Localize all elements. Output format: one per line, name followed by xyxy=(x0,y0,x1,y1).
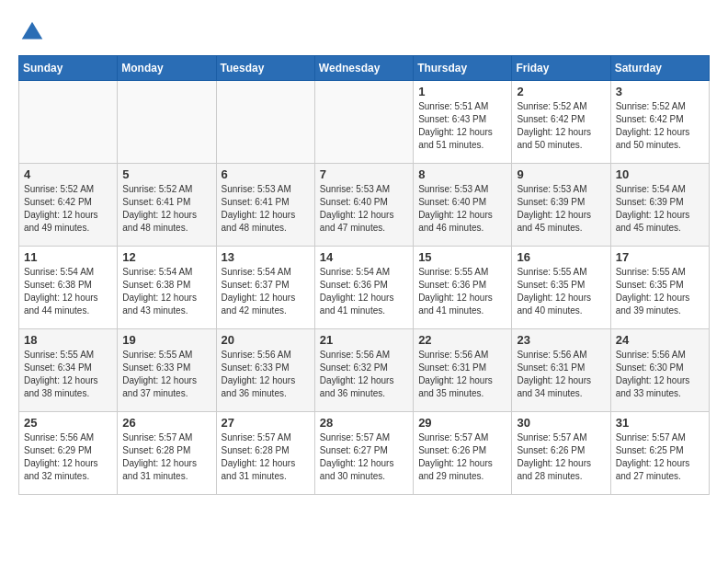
calendar-cell: 10Sunrise: 5:54 AM Sunset: 6:39 PM Dayli… xyxy=(610,164,709,247)
day-info: Sunrise: 5:52 AM Sunset: 6:41 PM Dayligh… xyxy=(122,183,210,235)
day-info: Sunrise: 5:53 AM Sunset: 6:39 PM Dayligh… xyxy=(517,183,605,235)
day-info: Sunrise: 5:55 AM Sunset: 6:35 PM Dayligh… xyxy=(616,266,704,317)
day-info: Sunrise: 5:52 AM Sunset: 6:42 PM Dayligh… xyxy=(24,183,112,235)
day-info: Sunrise: 5:52 AM Sunset: 6:42 PM Dayligh… xyxy=(616,100,704,152)
day-info: Sunrise: 5:51 AM Sunset: 6:43 PM Dayligh… xyxy=(418,100,506,152)
calendar-cell: 17Sunrise: 5:55 AM Sunset: 6:35 PM Dayli… xyxy=(610,247,709,329)
day-number: 4 xyxy=(24,167,112,181)
day-info: Sunrise: 5:56 AM Sunset: 6:32 PM Dayligh… xyxy=(320,349,408,400)
day-number: 28 xyxy=(320,416,408,430)
calendar-week-row: 25Sunrise: 5:56 AM Sunset: 6:29 PM Dayli… xyxy=(19,412,710,495)
calendar-cell: 2Sunrise: 5:52 AM Sunset: 6:42 PM Daylig… xyxy=(512,81,610,164)
day-number: 21 xyxy=(320,333,408,347)
day-info: Sunrise: 5:52 AM Sunset: 6:42 PM Dayligh… xyxy=(517,100,605,152)
calendar-cell: 15Sunrise: 5:55 AM Sunset: 6:36 PM Dayli… xyxy=(414,247,512,329)
calendar-cell: 5Sunrise: 5:52 AM Sunset: 6:41 PM Daylig… xyxy=(118,164,216,247)
calendar-cell: 1Sunrise: 5:51 AM Sunset: 6:43 PM Daylig… xyxy=(414,81,512,164)
calendar-week-row: 18Sunrise: 5:55 AM Sunset: 6:34 PM Dayli… xyxy=(19,329,710,412)
logo-icon xyxy=(18,18,46,46)
calendar-cell: 3Sunrise: 5:52 AM Sunset: 6:42 PM Daylig… xyxy=(610,81,709,164)
day-info: Sunrise: 5:54 AM Sunset: 6:38 PM Dayligh… xyxy=(122,266,210,317)
calendar-cell: 18Sunrise: 5:55 AM Sunset: 6:34 PM Dayli… xyxy=(19,329,118,412)
day-number: 12 xyxy=(122,250,210,264)
calendar-cell: 31Sunrise: 5:57 AM Sunset: 6:25 PM Dayli… xyxy=(610,412,709,495)
day-number: 9 xyxy=(517,167,605,181)
day-info: Sunrise: 5:54 AM Sunset: 6:38 PM Dayligh… xyxy=(24,266,112,317)
calendar-day-header: Thursday xyxy=(414,56,512,81)
calendar-day-header: Tuesday xyxy=(216,56,314,81)
day-info: Sunrise: 5:56 AM Sunset: 6:29 PM Dayligh… xyxy=(24,431,112,483)
calendar-cell: 29Sunrise: 5:57 AM Sunset: 6:26 PM Dayli… xyxy=(414,412,512,495)
calendar-cell: 19Sunrise: 5:55 AM Sunset: 6:33 PM Dayli… xyxy=(118,329,216,412)
calendar-cell: 6Sunrise: 5:53 AM Sunset: 6:41 PM Daylig… xyxy=(216,164,314,247)
calendar-cell: 24Sunrise: 5:56 AM Sunset: 6:30 PM Dayli… xyxy=(610,329,709,412)
day-number: 11 xyxy=(24,250,112,264)
svg-marker-0 xyxy=(22,22,43,40)
calendar-cell: 26Sunrise: 5:57 AM Sunset: 6:28 PM Dayli… xyxy=(118,412,216,495)
day-number: 24 xyxy=(616,333,704,347)
calendar-cell: 4Sunrise: 5:52 AM Sunset: 6:42 PM Daylig… xyxy=(19,164,118,247)
day-info: Sunrise: 5:56 AM Sunset: 6:33 PM Dayligh… xyxy=(222,349,310,400)
calendar-cell: 25Sunrise: 5:56 AM Sunset: 6:29 PM Dayli… xyxy=(19,412,118,495)
day-info: Sunrise: 5:57 AM Sunset: 6:26 PM Dayligh… xyxy=(418,431,506,483)
calendar-day-header: Monday xyxy=(118,56,216,81)
day-number: 25 xyxy=(24,416,112,430)
day-info: Sunrise: 5:54 AM Sunset: 6:36 PM Dayligh… xyxy=(320,266,408,317)
day-number: 14 xyxy=(320,250,408,264)
calendar-cell: 21Sunrise: 5:56 AM Sunset: 6:32 PM Dayli… xyxy=(314,329,413,412)
day-number: 13 xyxy=(222,250,310,264)
page-header xyxy=(18,18,710,46)
day-info: Sunrise: 5:56 AM Sunset: 6:31 PM Dayligh… xyxy=(517,349,605,400)
day-info: Sunrise: 5:55 AM Sunset: 6:34 PM Dayligh… xyxy=(24,349,112,400)
day-number: 20 xyxy=(222,333,310,347)
day-info: Sunrise: 5:56 AM Sunset: 6:30 PM Dayligh… xyxy=(616,349,704,400)
day-info: Sunrise: 5:56 AM Sunset: 6:31 PM Dayligh… xyxy=(418,349,506,400)
day-info: Sunrise: 5:55 AM Sunset: 6:35 PM Dayligh… xyxy=(517,266,605,317)
calendar-week-row: 4Sunrise: 5:52 AM Sunset: 6:42 PM Daylig… xyxy=(19,164,710,247)
calendar-day-header: Saturday xyxy=(610,56,709,81)
calendar-cell: 27Sunrise: 5:57 AM Sunset: 6:28 PM Dayli… xyxy=(216,412,314,495)
day-number: 16 xyxy=(517,250,605,264)
calendar-cell: 14Sunrise: 5:54 AM Sunset: 6:36 PM Dayli… xyxy=(314,247,413,329)
day-number: 2 xyxy=(517,85,605,98)
day-info: Sunrise: 5:57 AM Sunset: 6:28 PM Dayligh… xyxy=(122,431,210,483)
calendar-cell: 20Sunrise: 5:56 AM Sunset: 6:33 PM Dayli… xyxy=(216,329,314,412)
calendar-header-row: SundayMondayTuesdayWednesdayThursdayFrid… xyxy=(19,56,710,81)
calendar-cell: 8Sunrise: 5:53 AM Sunset: 6:40 PM Daylig… xyxy=(414,164,512,247)
day-number: 3 xyxy=(616,85,704,98)
calendar-cell xyxy=(118,81,216,164)
day-number: 22 xyxy=(418,333,506,347)
calendar-day-header: Sunday xyxy=(19,56,118,81)
day-info: Sunrise: 5:53 AM Sunset: 6:40 PM Dayligh… xyxy=(320,183,408,235)
day-number: 27 xyxy=(222,416,310,430)
day-number: 7 xyxy=(320,167,408,181)
calendar-cell: 28Sunrise: 5:57 AM Sunset: 6:27 PM Dayli… xyxy=(314,412,413,495)
day-number: 5 xyxy=(122,167,210,181)
day-number: 1 xyxy=(418,85,506,98)
day-info: Sunrise: 5:57 AM Sunset: 6:26 PM Dayligh… xyxy=(517,431,605,483)
calendar-cell: 7Sunrise: 5:53 AM Sunset: 6:40 PM Daylig… xyxy=(314,164,413,247)
day-number: 17 xyxy=(616,250,704,264)
calendar-cell: 9Sunrise: 5:53 AM Sunset: 6:39 PM Daylig… xyxy=(512,164,610,247)
day-number: 26 xyxy=(122,416,210,430)
day-info: Sunrise: 5:54 AM Sunset: 6:37 PM Dayligh… xyxy=(222,266,310,317)
calendar-cell: 12Sunrise: 5:54 AM Sunset: 6:38 PM Dayli… xyxy=(118,247,216,329)
day-number: 8 xyxy=(418,167,506,181)
day-info: Sunrise: 5:57 AM Sunset: 6:28 PM Dayligh… xyxy=(222,431,310,483)
calendar-cell xyxy=(19,81,118,164)
day-number: 29 xyxy=(418,416,506,430)
logo xyxy=(18,18,50,46)
calendar-cell: 22Sunrise: 5:56 AM Sunset: 6:31 PM Dayli… xyxy=(414,329,512,412)
calendar-day-header: Friday xyxy=(512,56,610,81)
day-number: 18 xyxy=(24,333,112,347)
day-number: 23 xyxy=(517,333,605,347)
day-info: Sunrise: 5:57 AM Sunset: 6:27 PM Dayligh… xyxy=(320,431,408,483)
day-number: 10 xyxy=(616,167,704,181)
day-number: 15 xyxy=(418,250,506,264)
day-info: Sunrise: 5:55 AM Sunset: 6:33 PM Dayligh… xyxy=(122,349,210,400)
calendar-cell: 11Sunrise: 5:54 AM Sunset: 6:38 PM Dayli… xyxy=(19,247,118,329)
calendar-cell: 30Sunrise: 5:57 AM Sunset: 6:26 PM Dayli… xyxy=(512,412,610,495)
day-number: 31 xyxy=(616,416,704,430)
day-info: Sunrise: 5:54 AM Sunset: 6:39 PM Dayligh… xyxy=(616,183,704,235)
calendar-week-row: 11Sunrise: 5:54 AM Sunset: 6:38 PM Dayli… xyxy=(19,247,710,329)
